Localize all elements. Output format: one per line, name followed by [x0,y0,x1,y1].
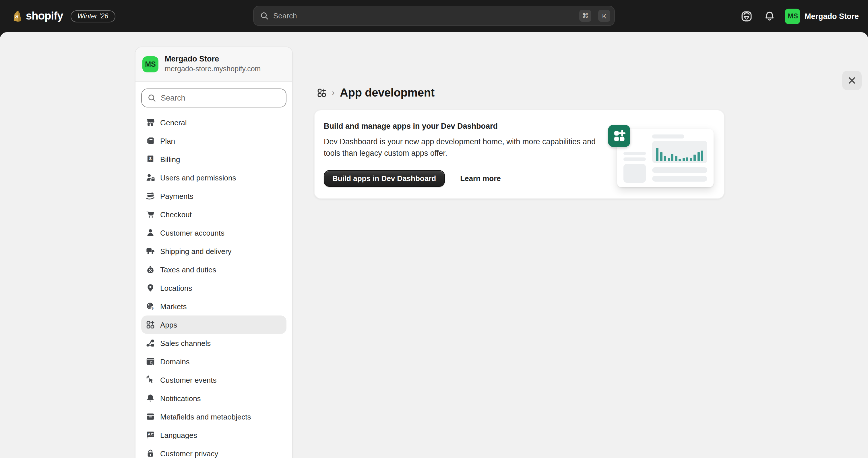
skeleton-line [652,167,707,173]
channels-icon [146,339,155,348]
sidebar-item-markets[interactable]: $ Markets [141,297,286,315]
sidebar-store-domain: mergado-store.myshopify.com [165,65,260,74]
page-title: App development [340,86,435,99]
sidebar-item-users-and-permissions[interactable]: Users and permissions [141,168,286,187]
topbar: S shopify Winter ’26 Search ⌘ K [0,0,868,32]
kbd-k: K [598,10,610,22]
card-title: Build and manage apps in your Dev Dashbo… [324,122,614,131]
cursor-click-icon [146,375,155,384]
sidebar-search-input[interactable] [161,94,280,102]
kbd-cmd: ⌘ [579,10,591,22]
store-menu[interactable]: MS Mergado Store [783,7,863,26]
skeleton-line [652,176,707,181]
tax-icon [146,265,155,274]
svg-text:$: $ [152,306,154,310]
settings-modal: MS Mergado Store mergado-store.myshopify… [0,32,868,458]
global-search[interactable]: Search ⌘ K [253,6,615,26]
sidebar-item-plan[interactable]: Plan [141,132,286,150]
sidebar-item-billing[interactable]: $ Billing [141,150,286,168]
card-description: Dev Dashboard is your new app developmen… [324,136,614,159]
sidebar-store-name: Mergado Store [165,55,260,64]
global-search-placeholder: Search [273,11,575,20]
bell-icon [764,11,775,22]
person-icon [146,228,155,237]
shopify-wordmark: shopify [26,10,63,22]
cart-icon [146,210,155,219]
sidebar-item-customer-accounts[interactable]: Customer accounts [141,224,286,242]
storefront-icon [146,118,155,127]
apps-icon[interactable] [317,88,327,98]
user-lock-icon [146,173,155,182]
apps-icon [146,320,155,329]
bell-icon [146,394,155,403]
notifications-button[interactable] [761,7,779,25]
chevron-right-icon: › [332,88,335,98]
breadcrumb: › App development [317,86,435,99]
sidebar-item-shipping-and-delivery[interactable]: Shipping and delivery [141,242,286,260]
skeleton-line [623,152,646,155]
close-icon [848,77,856,84]
sidebar-item-metafields-and-metaobjects[interactable]: Metafields and metaobjects [141,407,286,426]
settings-nav: General Plan $ Billing Users and permiss… [135,109,292,458]
edition-badge[interactable]: Winter ’26 [71,10,115,22]
sidebar-item-customer-privacy[interactable]: Customer privacy [141,444,286,458]
sidebar-store-avatar: MS [143,56,158,72]
sidebar-item-domains[interactable]: Domains [141,352,286,371]
settings-sidebar: MS Mergado Store mergado-store.myshopify… [135,47,293,458]
svg-text:S: S [15,13,19,19]
sidebar-item-general[interactable]: General [141,113,286,132]
plan-icon [146,136,155,145]
skeleton-line [623,158,646,161]
domains-icon [146,357,155,366]
close-button[interactable] [842,71,862,90]
globe-icon: $ [146,302,155,311]
store-avatar: MS [785,8,801,24]
lock-icon [146,449,155,458]
search-icon [148,94,156,102]
sidebar-search [141,88,286,108]
sidebar-item-customer-events[interactable]: Customer events [141,371,286,389]
sidebar-item-sales-channels[interactable]: Sales channels [141,334,286,352]
translate-icon: A [146,430,155,439]
skeleton-block [623,164,646,183]
shopify-admin: S shopify Winter ’26 Search ⌘ K [0,0,868,458]
sidekick-button[interactable] [737,7,756,25]
sidebar-item-apps[interactable]: Apps [141,315,286,334]
truck-icon [146,247,155,256]
payments-icon [146,191,155,201]
sidebar-item-checkout[interactable]: Checkout [141,205,286,224]
mini-bar-chart [652,141,707,163]
search-icon [260,11,269,20]
sidebar-item-payments[interactable]: Payments [141,187,286,205]
receipt-icon: $ [146,154,155,164]
dev-dashboard-card: Build and manage apps in your Dev Dashbo… [314,110,724,199]
sidebar-item-notifications[interactable]: Notifications [141,389,286,407]
svg-text:A: A [148,432,150,436]
skeleton-line [652,135,684,139]
sidebar-item-languages[interactable]: A Languages [141,426,286,444]
store-menu-name: Mergado Store [805,12,859,20]
build-apps-button[interactable]: Build apps in Dev Dashboard [324,170,445,187]
svg-text:$: $ [149,156,152,161]
sidekick-icon [741,11,752,22]
sidebar-store-header: MS Mergado Store mergado-store.myshopify… [135,47,292,82]
learn-more-link[interactable]: Learn more [460,174,501,183]
sidebar-item-locations[interactable]: Locations [141,279,286,297]
shopify-logo[interactable]: S shopify [11,10,63,22]
dev-dashboard-illustration [617,129,714,187]
shopify-bag-icon: S [11,10,22,22]
app-plus-icon [608,125,630,147]
pin-icon [146,283,155,292]
metafields-icon [146,412,155,421]
sidebar-item-taxes-and-duties[interactable]: Taxes and duties [141,260,286,279]
